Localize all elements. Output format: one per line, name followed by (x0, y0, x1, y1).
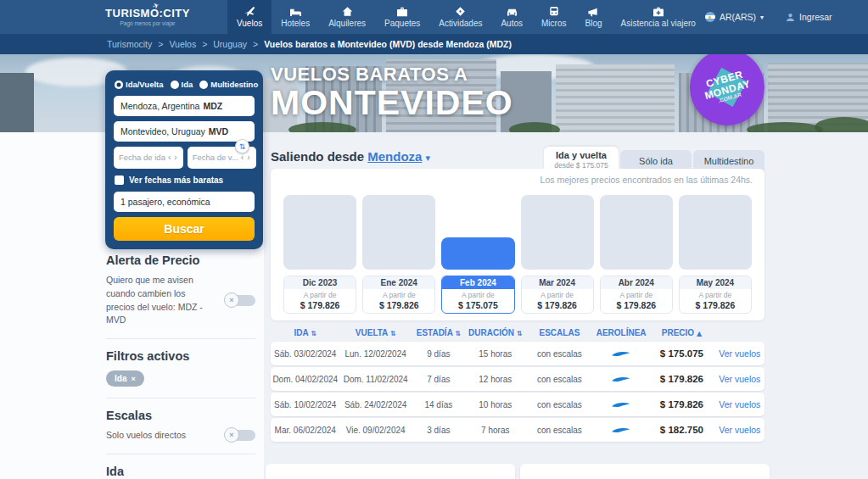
remove-filter-icon[interactable]: × (131, 375, 135, 383)
month-card-ene-2024[interactable]: Ene 2024 A partir de $ 179.826 (362, 276, 435, 314)
origin-city: Mendoza, Argentina (120, 101, 199, 111)
departure-date-input[interactable]: Fecha de ida ‹ › (114, 147, 183, 169)
trip-type-ida-vuelta[interactable]: Ida/Vuelta (115, 80, 164, 89)
direct-flights-toggle[interactable]: × (227, 430, 255, 441)
month-card-feb-2024-selected[interactable]: Feb 2024 A partir de $ 175.075 (441, 276, 514, 314)
login-button[interactable]: Ingresar (786, 12, 832, 22)
price-calendar-panel: Los mejores precios encontrados en las ú… (271, 169, 764, 320)
direct-flights-label: Solo vuelos directos (106, 429, 186, 443)
sort-precio-active[interactable]: PRECIO ▲ (648, 328, 715, 337)
header-escalas: ESCALAS (525, 328, 594, 337)
breadcrumb-link-uruguay[interactable]: Uruguay (213, 39, 247, 49)
nav-item-micros[interactable]: Micros (532, 0, 575, 34)
currency-selector[interactable]: AR(ARS) ▾ (705, 12, 764, 22)
cell-estadia: 3 días (412, 426, 466, 435)
cell-precio: $ 179.826 (648, 399, 715, 409)
cell-escalas: con escalas (525, 349, 594, 359)
sort-icon[interactable]: ⇅ (311, 330, 316, 337)
radio-icon[interactable] (199, 81, 208, 89)
bar-dic-2023[interactable] (283, 195, 356, 270)
active-filter-chip-ida[interactable]: Ida × (106, 370, 144, 387)
destination-code: MVD (209, 126, 228, 136)
trip-type-options: Ida/Vuelta Ida Multidestino (114, 80, 255, 89)
sort-duracion[interactable]: DURACIÓN ⇅ (466, 328, 525, 337)
turismocity-logo[interactable]: ✈ TURISMO:CITY Pagó menos por viajar (107, 0, 188, 34)
page-title-line1: VUELOS BARATOS A (271, 64, 513, 85)
swap-origin-destination-button[interactable]: ⇅ (235, 139, 249, 153)
month-card-may-2024[interactable]: May 2024 A partir de $ 179.826 (679, 276, 752, 314)
sort-vuelta[interactable]: VUELTA ⇅ (339, 328, 411, 337)
price-alert-toggle[interactable]: × (227, 295, 255, 306)
departing-city-link[interactable]: Mendoza (367, 149, 422, 164)
trip-type-multidestino[interactable]: Multidestino (199, 80, 258, 89)
sort-icon[interactable]: ⇅ (517, 330, 523, 337)
cell-ida: Dom. 04/02/2024 (271, 375, 339, 384)
breadcrumb-link-vuelos[interactable]: Vuelos (169, 39, 196, 49)
trip-type-label: Ida/Vuelta (126, 80, 164, 89)
month-prefix: A partir de (601, 291, 672, 299)
search-button[interactable]: Buscar (114, 217, 255, 241)
nav-item-vuelos[interactable]: Vuelos (227, 0, 272, 34)
nav-item-hoteles[interactable]: Hoteles (272, 0, 319, 34)
bush-shape (815, 117, 868, 132)
sort-estadia[interactable]: ESTADÍA ⇅ (412, 328, 466, 337)
nav-item-label: Autos (501, 19, 523, 28)
chevron-down-icon: ▾ (760, 14, 764, 21)
top-navigation-bar: ✈ TURISMO:CITY Pagó menos por viajar Vue… (0, 0, 868, 34)
month-price: $ 179.826 (522, 299, 593, 313)
breadcrumb-link-turismocity[interactable]: Turismocity (107, 39, 152, 49)
sort-icon[interactable]: ⇅ (390, 330, 396, 337)
nav-item-paquetes[interactable]: Paquetes (375, 0, 429, 34)
month-prefix: A partir de (680, 291, 751, 299)
cheaper-dates-checkbox-row[interactable]: Ver fechas más baratas (115, 175, 255, 185)
month-prefix: A partir de (522, 291, 593, 299)
cell-vuelta: Vie. 09/02/2024 (339, 426, 411, 435)
cell-escalas: con escalas (525, 400, 594, 409)
date-next-icon[interactable]: › (173, 153, 177, 162)
nav-item-alquileres[interactable]: Alquileres (319, 0, 375, 34)
nav-item-label: Hoteles (281, 19, 310, 28)
flight-row[interactable]: Mar. 06/02/2024 Vie. 09/02/2024 3 días 7… (271, 418, 764, 442)
cell-estadia: 7 días (412, 375, 466, 384)
bar-feb-2024-selected[interactable] (441, 237, 514, 270)
ver-vuelos-link[interactable]: Ver vuelos (715, 348, 764, 359)
sort-ascending-icon[interactable]: ▲ (697, 330, 702, 337)
bar-mar-2024[interactable] (521, 195, 594, 270)
cell-duracion: 15 horas (466, 349, 525, 359)
radio-icon[interactable] (171, 81, 179, 89)
date-next-icon[interactable]: › (246, 153, 250, 162)
destination-input[interactable]: Montevideo, Uruguay MVD (114, 121, 255, 142)
ver-vuelos-link[interactable]: Ver vuelos (715, 374, 764, 384)
date-prev-icon[interactable]: ‹ (240, 153, 244, 162)
sort-icon[interactable]: ⇅ (455, 330, 461, 337)
nav-item-blog[interactable]: Blog (575, 0, 611, 34)
month-card-mar-2024[interactable]: Mar 2024 A partir de $ 179.826 (521, 276, 594, 314)
checkbox-icon[interactable] (115, 175, 124, 185)
ver-vuelos-link[interactable]: Ver vuelos (715, 425, 764, 435)
sort-ida[interactable]: IDA ⇅ (271, 328, 339, 337)
cell-duracion: 12 horas (466, 375, 525, 384)
passengers-input[interactable]: 1 pasajero, económica (114, 192, 255, 212)
cell-precio: $ 182.750 (648, 425, 715, 435)
radio-selected-icon[interactable] (115, 81, 123, 89)
bar-ene-2024[interactable] (362, 195, 435, 270)
flight-row[interactable]: Sáb. 03/02/2024 Lun. 12/02/2024 9 días 1… (271, 342, 764, 365)
cell-escalas: con escalas (525, 426, 594, 435)
flight-row[interactable]: Dom. 04/02/2024 Dom. 11/02/2024 7 días 1… (271, 367, 764, 391)
month-card-abr-2024[interactable]: Abr 2024 A partir de $ 179.826 (600, 276, 673, 314)
trip-type-ida[interactable]: Ida (171, 80, 193, 89)
month-card-dic-2023[interactable]: Dic 2023 A partir de $ 179.826 (283, 276, 356, 314)
header-right: AR(ARS) ▾ Ingresar (705, 0, 832, 34)
bar-abr-2024[interactable] (600, 195, 673, 270)
date-prev-icon[interactable]: ‹ (167, 153, 171, 162)
departing-from: Saliendo desde Mendoza ▾ (271, 149, 430, 164)
ver-vuelos-link[interactable]: Ver vuelos (715, 399, 764, 409)
nav-item-asistencia[interactable]: Asistencia al viajero (612, 0, 705, 34)
bush-shape (288, 122, 356, 132)
nav-item-actividades[interactable]: Actividades (429, 0, 491, 34)
origin-input[interactable]: Mendoza, Argentina MDZ (114, 96, 255, 116)
nav-item-autos[interactable]: Autos (491, 0, 532, 34)
month-label: Abr 2024 (601, 276, 672, 289)
flight-row[interactable]: Sáb. 10/02/2024 Sáb. 24/02/2024 14 días … (271, 393, 764, 416)
bar-may-2024[interactable] (679, 195, 752, 270)
